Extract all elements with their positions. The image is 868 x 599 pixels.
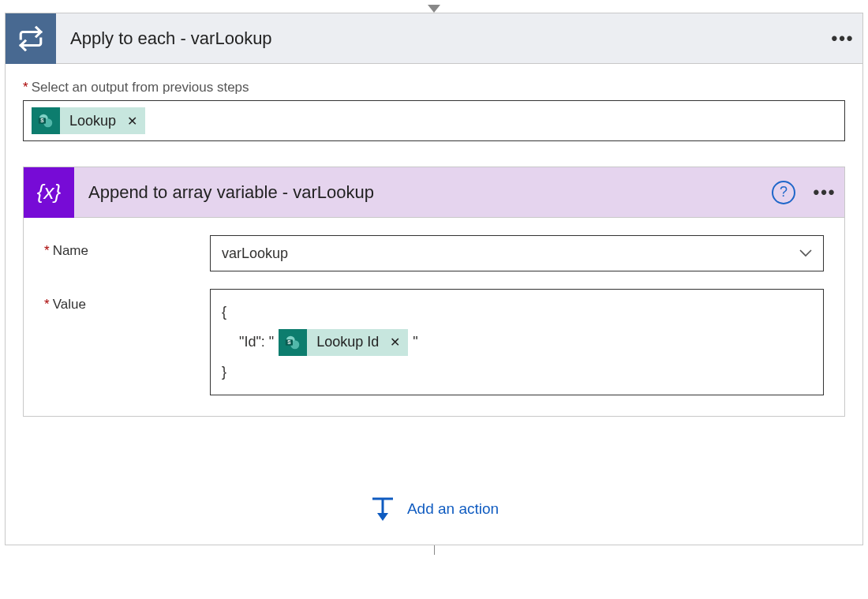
append-array-title: Append to array variable - varLookup bbox=[74, 182, 772, 203]
connector-arrow-down-icon bbox=[428, 5, 440, 13]
select-output-label: *Select an output from previous steps bbox=[23, 80, 845, 95]
apply-to-each-title: Apply to each - varLookup bbox=[56, 28, 823, 49]
connector-line-down bbox=[434, 545, 435, 555]
required-asterisk: * bbox=[44, 243, 50, 258]
name-label: *Name bbox=[44, 235, 194, 259]
svg-text:S: S bbox=[40, 118, 44, 123]
append-array-body: *Name varLookup *Value bbox=[24, 218, 844, 416]
apply-to-each-header[interactable]: Apply to each - varLookup ••• bbox=[6, 13, 862, 64]
value-param-row: *Value { "Id": " bbox=[44, 289, 824, 395]
lookup-id-token-label: Lookup Id bbox=[307, 328, 387, 358]
value-open-brace: { bbox=[222, 298, 812, 328]
value-id-suffix: " bbox=[413, 328, 417, 358]
apply-to-each-menu-button[interactable]: ••• bbox=[823, 28, 862, 49]
variable-icon: {x} bbox=[24, 167, 74, 218]
apply-to-each-body: *Select an output from previous steps S … bbox=[6, 64, 862, 545]
name-param-row: *Name varLookup bbox=[44, 235, 824, 271]
chevron-down-icon bbox=[799, 249, 812, 257]
value-close-brace: } bbox=[222, 358, 812, 387]
svg-marker-10 bbox=[377, 513, 388, 521]
value-label: *Value bbox=[44, 289, 194, 313]
sharepoint-icon: S bbox=[32, 107, 60, 134]
lookup-token-label: Lookup bbox=[60, 113, 124, 129]
value-input[interactable]: { "Id": " S bbox=[210, 289, 824, 395]
append-array-menu-button[interactable]: ••• bbox=[805, 182, 844, 203]
lookup-token[interactable]: S Lookup ✕ bbox=[32, 107, 145, 134]
apply-to-each-card: Apply to each - varLookup ••• *Select an… bbox=[5, 13, 863, 545]
append-array-card: {x} Append to array variable - varLookup… bbox=[23, 167, 845, 417]
name-select-value: varLookup bbox=[222, 245, 288, 262]
name-select[interactable]: varLookup bbox=[210, 235, 824, 271]
loop-icon bbox=[6, 13, 56, 64]
help-button[interactable]: ? bbox=[772, 181, 795, 204]
value-id-prefix: "Id": " bbox=[239, 328, 274, 358]
select-output-input[interactable]: S Lookup ✕ bbox=[23, 100, 845, 141]
required-asterisk: * bbox=[23, 80, 28, 95]
required-asterisk: * bbox=[44, 297, 50, 312]
add-action-icon bbox=[369, 496, 396, 522]
sharepoint-icon: S bbox=[279, 329, 307, 356]
add-action-button[interactable]: Add an action bbox=[23, 496, 845, 522]
lookup-token-remove-icon[interactable]: ✕ bbox=[124, 114, 145, 129]
append-array-header[interactable]: {x} Append to array variable - varLookup… bbox=[24, 167, 844, 218]
svg-text:S: S bbox=[287, 339, 291, 345]
lookup-id-token-remove-icon[interactable]: ✕ bbox=[387, 329, 408, 356]
lookup-id-token[interactable]: S Lookup Id ✕ bbox=[279, 329, 408, 356]
add-action-label: Add an action bbox=[407, 500, 499, 518]
